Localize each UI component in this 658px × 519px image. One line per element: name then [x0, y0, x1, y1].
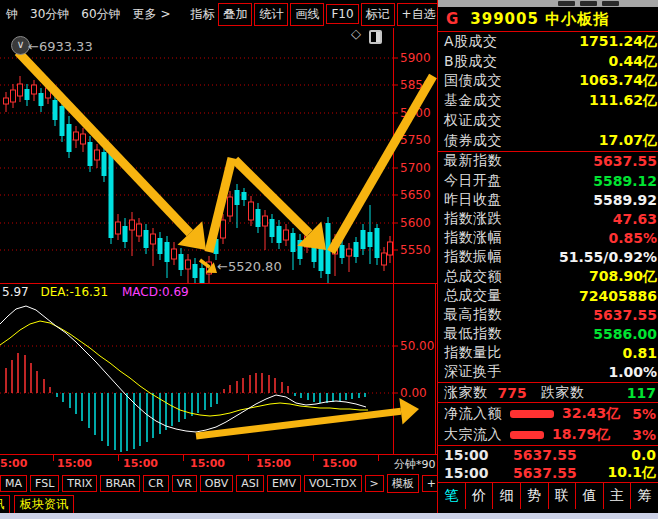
- time-label-1: 15:00: [57, 457, 92, 470]
- indicator-tab-[interactable]: >: [365, 475, 384, 492]
- indicator-tab-asi[interactable]: ASI: [236, 475, 264, 492]
- flow-label: 大宗流入: [444, 426, 502, 444]
- indicator-tab-cr[interactable]: CR: [143, 475, 168, 492]
- time-tick: [53, 455, 54, 461]
- period-item-0[interactable]: 钟: [6, 6, 18, 23]
- window-tab[interactable]: [580, 1, 597, 6]
- row-value: 111.62亿: [589, 92, 657, 110]
- candlestick-chart: 59005850580057505700565056005550: [0, 28, 437, 283]
- row-value: 0.85%: [608, 230, 657, 246]
- row-label: 深证换手: [444, 363, 502, 381]
- price-axis-label: 5600: [400, 216, 431, 230]
- flow-row: 大宗流入18.79亿3%: [438, 424, 658, 445]
- time-label-3: 15:00: [190, 457, 225, 470]
- tick-quotes-section: 15:005637.550.015:005637.5510.1亿: [438, 446, 658, 482]
- info-tab-1[interactable]: 板块资讯: [14, 495, 74, 514]
- symbol-title-bar: G 399005 中小板指: [438, 7, 658, 32]
- macd-pane: 50.000.00 5.97 DEA:-16.31 MACD:0.69: [0, 283, 437, 455]
- dif-value: 5.97: [2, 285, 29, 299]
- tick-row: 15:005637.550.0: [438, 446, 658, 464]
- toolbar-button-0[interactable]: 叠加: [218, 3, 252, 26]
- price-axis-label: 5700: [400, 161, 431, 175]
- quote-tab-7[interactable]: 筹: [631, 483, 658, 509]
- row-value: 51.55/0.92%: [559, 249, 657, 265]
- row-value: 0.81: [622, 345, 657, 361]
- time-label-2: 15:00: [123, 457, 158, 470]
- money-flow-section: 净流入额32.43亿5%大宗流入18.79亿3%: [438, 403, 658, 445]
- quote-tab-6[interactable]: 主: [604, 483, 632, 509]
- macd-axis-label: 50.00: [400, 339, 434, 353]
- indicator-menu-button[interactable]: 指标: [190, 6, 214, 23]
- index-row: 最新指数5637.55: [438, 152, 658, 171]
- period-item-2[interactable]: 60分钟: [81, 6, 120, 23]
- indicator-tab-trix[interactable]: TRIX: [62, 475, 97, 492]
- indicator-tab-emv[interactable]: EMV: [267, 475, 301, 492]
- row-label: 总成交量: [444, 287, 502, 305]
- row-value: 5637.55: [593, 153, 657, 169]
- index-row: 指数振幅51.55/0.92%: [438, 248, 658, 267]
- quote-tab-5[interactable]: 值: [576, 483, 604, 509]
- market-flag: G: [446, 10, 458, 28]
- price-axis-label: 5550: [400, 243, 431, 257]
- price-axis-label: 5650: [400, 188, 431, 202]
- toolbar-button-5[interactable]: +自选: [397, 3, 441, 26]
- index-row: 今日开盘5589.12: [438, 171, 658, 190]
- tick-time: 15:00: [444, 465, 489, 481]
- period-item-3[interactable]: 更多 >: [133, 6, 171, 23]
- split-panel-icon[interactable]: [369, 30, 382, 44]
- flow-bar: [510, 431, 544, 439]
- row-value: 5589.92: [593, 192, 657, 208]
- window-tab[interactable]: [558, 1, 575, 6]
- index-row: 指数量比0.81: [438, 344, 658, 363]
- row-value: 5586.00: [593, 326, 657, 342]
- row-label: B股成交: [444, 53, 498, 71]
- low-price-annotation: ←5520.80: [217, 259, 282, 274]
- toolbar-button-3[interactable]: F10: [326, 4, 358, 24]
- row-label: 国债成交: [444, 72, 502, 90]
- time-tick: [248, 455, 249, 461]
- window-tabs-strip: [438, 0, 658, 7]
- quote-tab-4[interactable]: 联: [549, 483, 577, 509]
- top-toolbar: 钟30分钟60分钟更多 >指标叠加统计画线F10标记+自选返回: [0, 0, 437, 28]
- indicator-tab-bar: MAFSLTRIXBRARCRVROBVASIEMVVOL-TDX>模板+-: [0, 471, 437, 495]
- row-label: 昨日收盘: [444, 191, 502, 209]
- index-row: 昨日收盘5589.92: [438, 190, 658, 209]
- indicator-tab-vr[interactable]: VR: [172, 475, 197, 492]
- volume-row: A股成交1751.24亿: [438, 32, 658, 52]
- period-item-1[interactable]: 30分钟: [30, 6, 69, 23]
- row-value: 72405886: [579, 288, 657, 304]
- toolbar-button-1[interactable]: 统计: [254, 3, 288, 26]
- decliners-label: 跌家数: [541, 384, 585, 402]
- indicator-tab-obv[interactable]: OBV: [200, 475, 233, 492]
- info-tab-0[interactable]: 讯: [0, 495, 10, 514]
- tick-price: 5637.55: [513, 447, 577, 463]
- row-value: 1751.24亿: [579, 33, 657, 51]
- indicator-tab-fsl[interactable]: FSL: [30, 475, 59, 492]
- indicator-extra-0[interactable]: 模板: [387, 474, 419, 493]
- flow-percent: 3%: [632, 427, 656, 443]
- quote-tab-2[interactable]: 细: [493, 483, 521, 509]
- indicator-tab-voltdx[interactable]: VOL-TDX: [304, 475, 362, 492]
- quote-tab-3[interactable]: 势: [521, 483, 549, 509]
- window-tab[interactable]: [602, 1, 619, 6]
- macd-chart: 50.000.00: [0, 283, 437, 455]
- indicator-tab-brar[interactable]: BRAR: [100, 475, 140, 492]
- tick-amount: 0.0: [631, 447, 656, 463]
- volume-row: 基金成交111.62亿: [438, 91, 658, 111]
- advancers-label: 涨家数: [444, 384, 488, 402]
- indicator-tab-ma[interactable]: MA: [0, 475, 27, 492]
- row-label: 指数涨跌: [444, 210, 502, 228]
- time-label-5: 15:00: [322, 457, 357, 470]
- time-label-4: 15:00: [256, 457, 291, 470]
- quote-tab-0[interactable]: 笔: [438, 483, 466, 509]
- row-value: 47.63: [613, 211, 657, 227]
- toolbar-button-4[interactable]: 标记: [361, 3, 395, 26]
- flow-bar: [510, 410, 554, 418]
- quote-panel-tabs: 笔价细势联值主筹: [438, 483, 658, 509]
- row-label: 基金成交: [444, 92, 502, 110]
- row-label: 总成交额: [444, 268, 502, 286]
- dea-value: DEA:-16.31: [41, 285, 109, 299]
- quote-tab-1[interactable]: 价: [466, 483, 494, 509]
- diamond-marker-icon[interactable]: ◇: [351, 26, 361, 41]
- toolbar-button-2[interactable]: 画线: [290, 3, 324, 26]
